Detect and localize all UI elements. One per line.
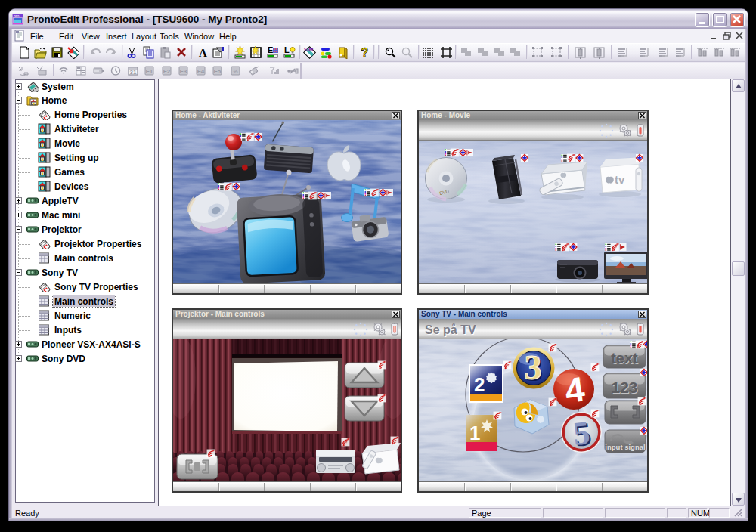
svg-text:E: E xyxy=(268,46,273,54)
svg-text:input signal: input signal xyxy=(605,443,645,451)
svg-text:2: 2 xyxy=(474,373,485,396)
svg-text:text: text xyxy=(611,350,638,367)
svg-text:tv: tv xyxy=(615,173,625,186)
svg-text:SIM: SIM xyxy=(304,47,314,52)
svg-text:123: 123 xyxy=(611,379,637,396)
svg-text:A: A xyxy=(199,47,207,59)
svg-text:F1: F1 xyxy=(146,68,153,75)
svg-text:F3: F3 xyxy=(180,68,187,75)
svg-text:F4: F4 xyxy=(197,68,205,75)
svg-text:F2: F2 xyxy=(163,68,171,75)
svg-text:1: 1 xyxy=(469,422,480,444)
svg-text:L: L xyxy=(284,46,290,54)
svg-text:?: ? xyxy=(361,46,369,59)
svg-text:F5: F5 xyxy=(214,68,222,75)
svg-text:pro: pro xyxy=(14,14,19,18)
svg-text:Se på TV: Se på TV xyxy=(425,323,476,336)
svg-text:½: ½ xyxy=(233,68,238,75)
svg-text:31: 31 xyxy=(130,69,137,76)
svg-text:3: 3 xyxy=(525,348,542,387)
